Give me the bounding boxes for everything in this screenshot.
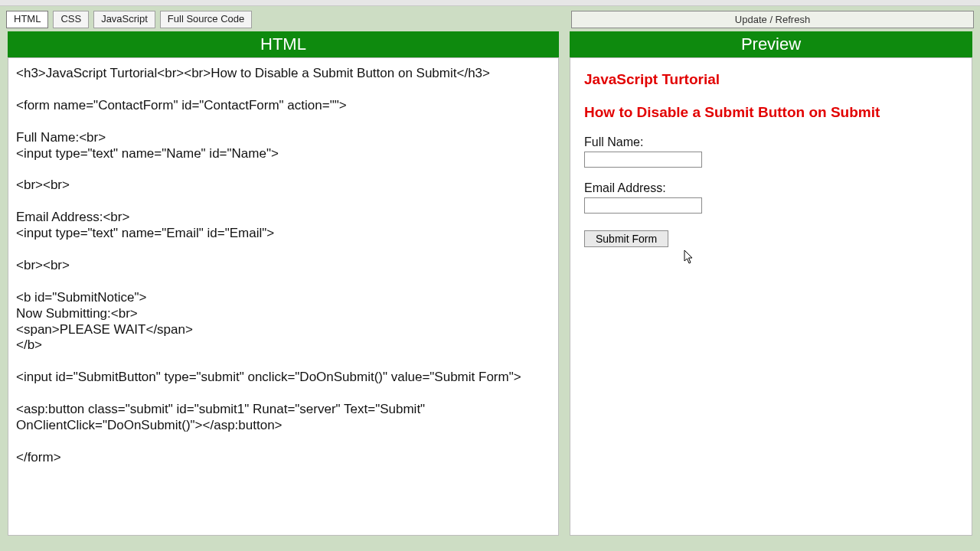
preview-heading-line1: JavaScript Turtorial (584, 71, 720, 87)
update-refresh-button[interactable]: Update / Refresh (571, 11, 974, 28)
tab-html[interactable]: HTML (6, 11, 48, 28)
preview-panel: Preview JavaScript Turtorial How to Disa… (570, 31, 972, 536)
submit-form-button[interactable]: Submit Form (584, 230, 668, 247)
html-source-editor[interactable]: <h3>JavaScript Turtorial<br><br>How to D… (8, 58, 558, 535)
tab-css[interactable]: CSS (53, 11, 89, 28)
preview-panel-title: Preview (570, 31, 972, 57)
top-toolbar-sliver (0, 0, 980, 6)
preview-heading-line2: How to Disable a Submit Button on Submit (584, 103, 958, 122)
input-full-name[interactable] (584, 152, 702, 168)
preview-heading: JavaScript Turtorial How to Disable a Su… (584, 70, 958, 122)
tab-full-source[interactable]: Full Source Code (160, 11, 252, 28)
tab-javascript[interactable]: JavaScript (93, 11, 155, 28)
label-email: Email Address: (584, 181, 958, 195)
cursor-icon (684, 249, 694, 265)
preview-viewport: JavaScript Turtorial How to Disable a Su… (570, 58, 972, 535)
html-panel-title: HTML (8, 31, 559, 57)
tab-row: HTML CSS JavaScript Full Source Code Upd… (0, 6, 980, 31)
html-panel: HTML <h3>JavaScript Turtorial<br><br>How… (8, 31, 559, 536)
label-full-name: Full Name: (584, 135, 958, 149)
input-email[interactable] (584, 197, 702, 214)
